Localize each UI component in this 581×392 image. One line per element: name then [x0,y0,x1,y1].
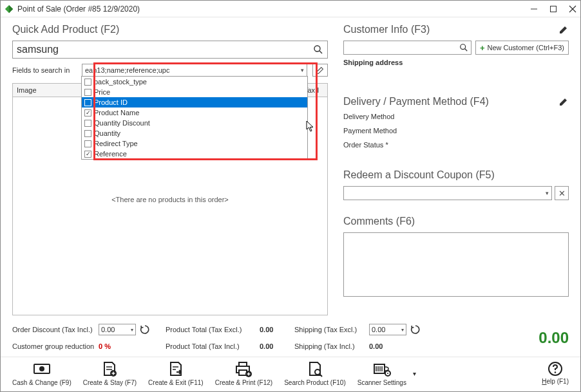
dropdown-option[interactable]: Price [82,87,307,97]
fields-combo[interactable]: ean13;name;reference;upc ▾ [82,64,307,77]
order-discount-input[interactable]: 0.00▾ [99,324,136,335]
product-search-box[interactable] [12,41,328,59]
dropdown-option[interactable]: pack_stock_type [82,77,307,87]
comments-textarea[interactable] [343,232,569,297]
coupon-heading: Redeem a Discount Coupon (F5) [343,169,495,181]
chevron-down-icon: ▾ [546,190,549,196]
chevron-down-icon: ▾ [301,67,304,73]
dropdown-option-label: Quantity [94,129,120,137]
app-icon [5,5,14,14]
svg-point-11 [39,366,44,371]
ship-excl-label: Shipping (Tax Excl.) [294,326,365,333]
fields-combo-value: ean13;name;reference;upc [85,66,169,74]
dropdown-option[interactable]: Quantity Discount [82,118,307,128]
create-print-button[interactable]: Create & Print (F12) [215,361,272,386]
checkbox-icon: ✓ [84,151,91,158]
order-discount-label: Order Discount (Tax Incl.) [12,326,95,333]
dropdown-option[interactable]: Quantity [82,128,307,138]
ptotal-excl-value: 0.00 [260,326,273,333]
group-reduction-label: Customer group reduction [12,342,95,350]
checkbox-icon [84,79,91,86]
checkbox-icon [84,140,91,147]
checkbox-icon [84,120,91,127]
coupon-clear-button[interactable]: ✕ [555,186,569,200]
fields-label: Fields to search in [12,66,77,74]
svg-point-33 [387,373,388,374]
product-search-input[interactable] [17,44,313,55]
col-image[interactable]: Image [13,84,90,97]
ptotal-excl-label: Product Total (Tax Excl.) [166,326,256,333]
svg-line-26 [319,374,322,377]
grid-empty-text: <There are no products in this order> [111,196,229,203]
new-customer-button[interactable]: + New Customer (Ctrl+F3) [475,41,569,55]
delivery-edit-button[interactable] [558,97,569,107]
coupon-combo[interactable]: ▾ [343,186,552,200]
customer-search[interactable] [343,41,471,55]
order-status-label: Order Status * [343,141,569,149]
refresh-icon[interactable] [410,324,421,335]
checkbox-icon: ✓ [84,109,91,117]
doc-arrow-icon [167,361,184,378]
checkbox-icon [84,89,91,96]
titlebar: Point of Sale (Order #85 12/9/2020) [1,1,580,17]
search-product-button[interactable]: Search Product (F10) [284,361,346,386]
cash-icon [32,362,52,377]
dropdown-option-label: Product ID [94,98,128,106]
delivery-heading: Delivery / Payment Method (F4) [343,96,489,107]
fields-dropdown[interactable]: pack_stock_typePriceProduct ID✓Product N… [81,76,308,160]
search-icon [459,43,468,52]
printer-icon [234,361,252,378]
refresh-icon[interactable] [140,324,150,335]
doc-plus-icon [101,361,118,378]
maximize-button[interactable] [549,5,557,13]
comments-heading: Comments (F6) [343,216,415,227]
svg-line-7 [319,51,322,53]
dropdown-option[interactable]: ✓Product Name [82,107,307,118]
ship-incl-value: 0.00 [369,342,383,350]
grand-total: 0.00 [538,329,569,347]
window-title: Point of Sale (Order #85 12/9/2020) [17,5,530,14]
search-icon[interactable] [313,44,323,55]
svg-marker-1 [9,5,13,12]
dropdown-option-label: Reference [94,150,127,158]
svg-point-35 [555,371,557,373]
svg-rect-3 [551,6,557,12]
svg-point-6 [314,46,320,51]
dropdown-option-label: Price [94,88,110,96]
dropdown-option-label: pack_stock_type [94,78,147,86]
ptotal-incl-label: Product Total (Tax Incl.) [166,342,256,350]
shipping-address-label: Shipping address [343,59,569,66]
scanner-icon [372,362,392,377]
plus-icon: + [480,44,485,52]
checkbox-icon [84,130,91,137]
scanner-settings-button[interactable]: Scanner Settings [357,361,406,386]
shipping-input[interactable]: 0.00▾ [369,324,406,335]
create-stay-button[interactable]: Create & Stay (F7) [83,361,137,386]
ptotal-incl-value: 0.00 [260,342,273,350]
chevron-down-icon: ▾ [131,327,133,333]
dropdown-option[interactable]: Redirect Type [82,138,307,149]
pencil-icon [316,66,325,75]
doc-search-icon [307,361,323,378]
close-button[interactable] [569,5,576,13]
quick-add-label: Quick Add Product (F2) [12,24,119,35]
minimize-button[interactable] [530,5,538,13]
create-exit-button[interactable]: Create & Exit (F11) [148,361,204,386]
svg-point-8 [461,44,466,50]
help-icon [548,361,563,377]
customer-edit-button[interactable] [558,24,569,35]
help-button[interactable]: Help (F1) [542,361,569,386]
dropdown-option-label: Quantity Discount [94,119,150,127]
chevron-down-icon: ▾ [401,327,404,333]
dropdown-option[interactable]: ✓Reference [82,149,307,159]
payment-method-label: Payment Method [343,127,569,135]
cash-change-button[interactable]: Cash & Change (F9) [12,361,71,386]
svg-line-9 [465,49,468,51]
group-reduction-value: 0 % [99,342,111,350]
delivery-method-label: Delivery Method [343,113,569,120]
new-customer-label: New Customer (Ctrl+F3) [488,44,565,51]
toolbar-more-button[interactable]: ▾ [413,370,416,377]
dropdown-option[interactable]: Product ID [82,97,307,107]
fields-edit-button[interactable] [312,64,328,77]
customer-heading: Customer Info (F3) [343,24,430,35]
